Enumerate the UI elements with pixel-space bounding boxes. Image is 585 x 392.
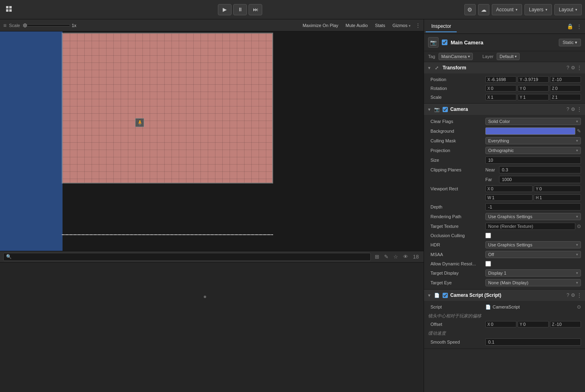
vp-x-field[interactable]: X 0 bbox=[485, 186, 533, 192]
pos-x-field[interactable]: X -6.1698 bbox=[485, 76, 516, 83]
rendering-path-dropdown[interactable]: Use Graphics Settings ▾ bbox=[485, 213, 581, 220]
scale-z-field[interactable]: Z 1 bbox=[550, 94, 581, 100]
rot-z-field[interactable]: Z 0 bbox=[550, 85, 581, 92]
pos-y-field[interactable]: Y -3.9719 bbox=[518, 76, 549, 83]
background-color-swatch[interactable] bbox=[485, 127, 575, 135]
tab-menu-icon[interactable]: ⋮ bbox=[575, 22, 583, 31]
camera-script-header[interactable]: ▼ 📄 Camera Script (Script) ? ⚙ ⋮ bbox=[424, 290, 585, 301]
color-edit-icon[interactable]: ✎ bbox=[577, 128, 581, 134]
clear-flags-dropdown[interactable]: Solid Color ▾ bbox=[485, 118, 581, 125]
camera-active-checkbox[interactable] bbox=[443, 107, 448, 112]
mute-audio[interactable]: Mute Audio bbox=[343, 22, 370, 29]
script-icon: 📄 bbox=[434, 292, 440, 298]
transform-settings-icon[interactable]: ⚙ bbox=[571, 65, 575, 71]
camera-header[interactable]: ▼ 📷 Camera ? ⚙ ⋮ bbox=[424, 104, 585, 115]
script-target-icon[interactable]: ⊙ bbox=[577, 304, 581, 310]
eye-icon[interactable]: 👁 bbox=[401, 253, 410, 261]
hdr-row: HDR Use Graphics Settings ▾ bbox=[424, 240, 585, 250]
more-options-icon[interactable]: ⋮ bbox=[416, 23, 420, 28]
target-texture-target-icon[interactable]: ⊙ bbox=[577, 223, 581, 229]
far-field[interactable]: 1000 bbox=[499, 176, 581, 183]
camera-settings-icon[interactable]: ⚙ bbox=[571, 106, 575, 112]
occlusion-checkbox[interactable] bbox=[485, 233, 491, 238]
clear-flags-row: Clear Flags Solid Color ▾ bbox=[424, 117, 585, 126]
cloud-icon[interactable]: ☁ bbox=[478, 4, 489, 15]
culling-mask-dropdown[interactable]: Everything ▾ bbox=[485, 137, 581, 144]
pos-z-field[interactable]: Z -10 bbox=[550, 76, 581, 83]
grid-view-icon[interactable]: ⊞ bbox=[373, 253, 381, 261]
scene-toolbar: ≡ Scale 1x Maximize On Play Mute Audio S… bbox=[0, 19, 424, 31]
maximize-on-play[interactable]: Maximize On Play bbox=[300, 22, 341, 29]
svg-rect-1 bbox=[9, 6, 12, 8]
rot-y-field[interactable]: Y 0 bbox=[518, 85, 549, 92]
msaa-dropdown[interactable]: Off ▾ bbox=[485, 251, 581, 258]
transform-header[interactable]: ▼ ⤢ Transform ? ⚙ ⋮ bbox=[424, 62, 585, 73]
project-search[interactable]: 🔍 bbox=[3, 253, 371, 261]
account-dropdown[interactable]: Account ▾ bbox=[492, 4, 522, 15]
scene-grid-lines bbox=[63, 33, 272, 183]
vp-w-field[interactable]: W 1 bbox=[485, 194, 533, 201]
star-icon[interactable]: ☆ bbox=[392, 253, 400, 261]
tag-dropdown[interactable]: MainCamera ▾ bbox=[439, 53, 473, 60]
transform-component: ▼ ⤢ Transform ? ⚙ ⋮ Position bbox=[424, 62, 585, 104]
scale-y-field[interactable]: Y 1 bbox=[518, 94, 549, 100]
layer-dropdown[interactable]: Default ▾ bbox=[497, 53, 520, 60]
camera-script-help-icon[interactable]: ? bbox=[566, 292, 569, 298]
near-field[interactable]: 0.3 bbox=[499, 166, 581, 173]
depth-row: Depth -1 bbox=[424, 202, 585, 212]
transform-help-icon[interactable]: ? bbox=[566, 65, 569, 71]
settings-icon[interactable]: ⚙ bbox=[464, 4, 476, 15]
camera-more-icon[interactable]: ⋮ bbox=[577, 106, 582, 112]
camera-script-body: Script 📄 CameraScript ⊙ 镜头中心相对于玩家的偏移 Off… bbox=[424, 301, 585, 348]
culling-mask-row: Culling Mask Everything ▾ bbox=[424, 136, 585, 146]
inspector-content: 📷 Main Camera Static ▾ Tag MainCamera ▾ … bbox=[424, 34, 585, 392]
rot-x-field[interactable]: X 0 bbox=[485, 85, 516, 92]
offset-x-field[interactable]: X 0 bbox=[485, 321, 516, 327]
object-active-checkbox[interactable] bbox=[442, 40, 447, 45]
projection-dropdown[interactable]: Orthographic ▾ bbox=[485, 147, 581, 154]
clipping-near-row: Clipping Planes Near 0.3 bbox=[424, 165, 585, 175]
target-eye-dropdown[interactable]: None (Main Display) ▾ bbox=[485, 279, 581, 286]
camera-script-component: ▼ 📄 Camera Script (Script) ? ⚙ ⋮ Script bbox=[424, 290, 585, 349]
scene-bg-blue bbox=[0, 31, 63, 251]
pause-button[interactable]: ⏸ bbox=[233, 4, 247, 15]
camera-help-icon[interactable]: ? bbox=[566, 106, 569, 112]
step-button[interactable]: ⏭ bbox=[249, 4, 262, 15]
pencil-icon[interactable]: ✎ bbox=[382, 253, 390, 261]
smooth-speed-field[interactable]: 0.1 bbox=[485, 338, 581, 346]
bottom-icons: ⊞ ✎ ☆ 👁 18 bbox=[373, 253, 420, 261]
transform-body: Position X -6.1698 Y -3.9719 Z bbox=[424, 73, 585, 103]
lock-icon[interactable]: 🔒 bbox=[565, 22, 575, 31]
tab-inspector[interactable]: Inspector bbox=[426, 21, 457, 32]
camera-script-active-checkbox[interactable] bbox=[443, 293, 448, 298]
vp-h-field[interactable]: H 1 bbox=[534, 194, 581, 201]
transform-more-icon[interactable]: ⋮ bbox=[577, 65, 582, 71]
depth-field[interactable]: -1 bbox=[485, 203, 581, 211]
background-row: Background ✎ bbox=[424, 126, 585, 136]
scene-view[interactable]: 🧍 bbox=[0, 31, 424, 251]
search-input[interactable] bbox=[13, 254, 368, 259]
offset-y-field[interactable]: Y 0 bbox=[518, 321, 549, 327]
camera-script-more-icon[interactable]: ⋮ bbox=[577, 292, 582, 298]
layers-dropdown[interactable]: Layers ▾ bbox=[524, 4, 552, 15]
vp-y-field[interactable]: Y 0 bbox=[534, 186, 581, 192]
transform-icon: ⤢ bbox=[434, 65, 440, 71]
layout-dropdown[interactable]: Layout ▾ bbox=[554, 4, 582, 15]
position-row: Position X -6.1698 Y -3.9719 Z bbox=[424, 75, 585, 84]
project-browser[interactable] bbox=[0, 263, 424, 392]
scale-x-field[interactable]: X 1 bbox=[485, 94, 516, 100]
inspector-tabs: Inspector 🔒 ⋮ bbox=[424, 19, 585, 34]
hdr-dropdown[interactable]: Use Graphics Settings ▾ bbox=[485, 241, 581, 248]
camera-script-settings-icon[interactable]: ⚙ bbox=[571, 292, 575, 298]
play-button[interactable]: ▶ bbox=[218, 4, 232, 15]
scale-label: Scale bbox=[9, 23, 20, 28]
allow-dynamic-checkbox[interactable] bbox=[485, 261, 491, 267]
gizmos-button[interactable]: Gizmos ▾ bbox=[390, 22, 413, 29]
target-display-dropdown[interactable]: Display 1 ▾ bbox=[485, 269, 581, 277]
scene-bottom-border bbox=[62, 234, 273, 235]
stats-button[interactable]: Stats bbox=[373, 22, 388, 29]
offset-z-field[interactable]: Z -10 bbox=[550, 321, 581, 327]
cursor-position bbox=[204, 296, 208, 300]
static-button[interactable]: Static ▾ bbox=[559, 39, 581, 46]
size-field[interactable]: 10 bbox=[485, 156, 581, 164]
